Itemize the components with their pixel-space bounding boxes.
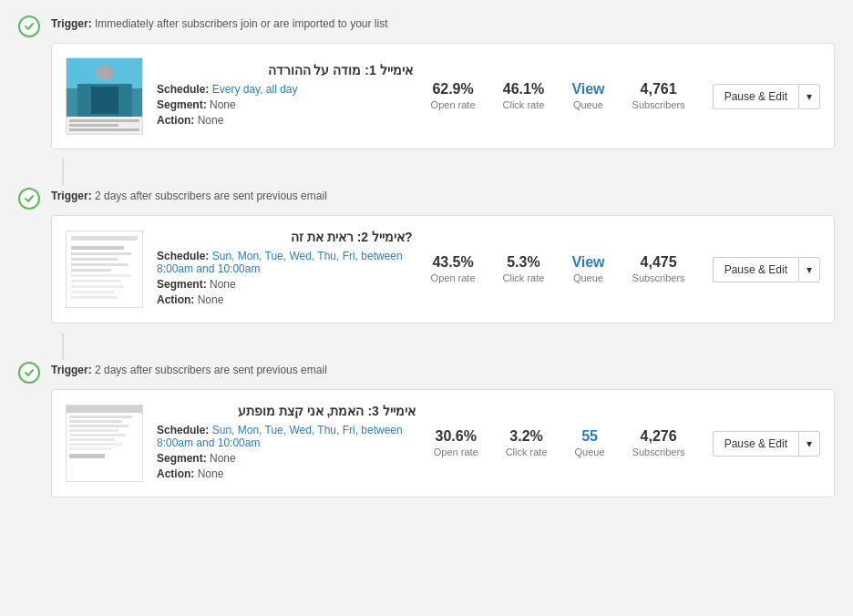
- email-1-thumbnail: [66, 57, 143, 135]
- trigger-1-row: Trigger: Immediately after subscribers j…: [18, 14, 835, 37]
- schedule-label-2: Schedule:: [157, 250, 209, 262]
- segment-value-2: None: [210, 278, 236, 291]
- dropdown-button-3[interactable]: ▾: [798, 431, 820, 457]
- queue-value-1[interactable]: View: [571, 81, 604, 98]
- schedule-label-1: Schedule:: [157, 83, 209, 96]
- segment-value-3: None: [210, 452, 236, 465]
- trigger-1-description: Immediately after subscribers join or ar…: [95, 17, 387, 30]
- action-label-3: Action:: [157, 467, 194, 480]
- email-2-schedule: Schedule: Sun, Mon, Tue, Wed, Thu, Fri, …: [157, 250, 413, 275]
- click-rate-label-3: Click rate: [506, 447, 548, 457]
- email-2-subscribers: 4,475 Subscribers: [632, 254, 685, 284]
- email-3-subscribers: 4,276 Subscribers: [632, 428, 685, 458]
- email-1-info: אימייל 1: מודה על ההורדה Schedule: Every…: [157, 63, 413, 129]
- email-1-actions[interactable]: Pause & Edit ▾: [713, 84, 820, 109]
- queue-label-2: Queue: [573, 272, 603, 283]
- connector-line-2: [62, 333, 64, 360]
- email-2-thumb-graphic: [67, 231, 142, 307]
- email-1-queue[interactable]: View Queue: [571, 81, 604, 111]
- action-value-3: None: [198, 467, 224, 480]
- trigger-1-label: Trigger:: [51, 17, 92, 30]
- subscribers-value-3: 4,276: [632, 428, 685, 445]
- dropdown-button-2[interactable]: ▾: [798, 257, 820, 282]
- email-1-stats: 62.9% Open rate 46.1% Click rate View Qu…: [431, 81, 685, 111]
- open-rate-label-1: Open rate: [431, 99, 476, 110]
- subscribers-label-1: Subscribers: [632, 99, 685, 110]
- email-2-action: Action: None: [157, 293, 413, 306]
- email-1-schedule: Schedule: Every day, all day: [157, 83, 413, 96]
- email-3-thumbnail: [66, 405, 143, 482]
- email-card-3: אימייל 3: האמת, אני קצת מופתע Schedule: …: [51, 389, 835, 498]
- trigger-2-text: Trigger: 2 days after subscribers are se…: [51, 186, 327, 202]
- email-2-thumbnail: [66, 231, 143, 308]
- email-1-click-rate: 46.1% Click rate: [503, 81, 545, 111]
- subscribers-label-2: Subscribers: [632, 272, 685, 283]
- queue-label-3: Queue: [575, 447, 605, 457]
- trigger-2-label: Trigger:: [51, 190, 92, 202]
- email-3-segment: Segment: None: [157, 452, 416, 465]
- thumb-box-inner-1: [91, 87, 118, 114]
- trigger-2-description: 2 days after subscribers are sent previo…: [95, 190, 327, 202]
- open-rate-label-3: Open rate: [434, 447, 478, 457]
- trigger-3-row: Trigger: 2 days after subscribers are se…: [18, 360, 835, 384]
- email-1-open-rate: 62.9% Open rate: [431, 81, 476, 111]
- email-1-segment: Segment: None: [157, 98, 413, 111]
- dropdown-button-1[interactable]: ▾: [798, 84, 820, 109]
- segment-label-1: Segment:: [157, 98, 207, 111]
- subscribers-label-3: Subscribers: [632, 447, 685, 457]
- segment-label-3: Segment:: [157, 452, 207, 465]
- email-2-queue[interactable]: View Queue: [571, 254, 604, 284]
- check-circle-3: [18, 362, 40, 384]
- click-rate-value-1: 46.1%: [503, 81, 545, 98]
- trigger-1-text: Trigger: Immediately after subscribers j…: [51, 14, 387, 30]
- trigger-2-row: Trigger: 2 days after subscribers are se…: [18, 186, 835, 210]
- open-rate-label-2: Open rate: [431, 272, 476, 283]
- trigger-3-description: 2 days after subscribers are sent previo…: [95, 364, 327, 376]
- email-3-thumb-graphic: [67, 406, 142, 481]
- action-value-1: None: [198, 114, 224, 127]
- email-2-segment: Segment: None: [157, 278, 413, 291]
- open-rate-value-2: 43.5%: [431, 254, 476, 271]
- email-3-actions[interactable]: Pause & Edit ▾: [713, 431, 820, 457]
- trigger-3-label: Trigger:: [51, 364, 92, 376]
- thumb-box-1: [77, 84, 132, 117]
- open-rate-value-3: 30.6%: [434, 428, 478, 445]
- email-3-action: Action: None: [157, 467, 416, 480]
- main-container: Trigger: Immediately after subscribers j…: [0, 0, 853, 520]
- check-circle-1: [18, 15, 40, 37]
- check-circle-2: [18, 188, 40, 210]
- schedule-label-3: Schedule:: [157, 424, 209, 436]
- email-3-stats: 30.6% Open rate 3.2% Click rate 55 Queue…: [434, 428, 685, 458]
- subscribers-value-1: 4,761: [632, 81, 685, 98]
- queue-label-1: Queue: [573, 99, 603, 110]
- email-1-thumb-graphic: [67, 58, 142, 134]
- email-2-click-rate: 5.3% Click rate: [503, 254, 545, 284]
- pause-edit-button-3[interactable]: Pause & Edit: [713, 431, 798, 457]
- queue-value-2[interactable]: View: [571, 254, 604, 271]
- open-rate-value-1: 62.9%: [431, 81, 476, 98]
- email-1-subscribers: 4,761 Subscribers: [632, 81, 685, 111]
- queue-value-3[interactable]: 55: [575, 428, 605, 445]
- email-3-open-rate: 30.6% Open rate: [434, 428, 478, 458]
- click-rate-label-1: Click rate: [503, 99, 545, 110]
- pause-edit-button-2[interactable]: Pause & Edit: [713, 257, 798, 282]
- action-label-2: Action:: [157, 293, 194, 306]
- email-3-title: אימייל 3: האמת, אני קצת מופתע: [157, 404, 416, 418]
- email-2-stats: 43.5% Open rate 5.3% Click rate View Que…: [431, 254, 685, 284]
- segment-label-2: Segment:: [157, 278, 207, 291]
- email-2-title: ?אימייל 2: ראית את זה: [157, 230, 413, 244]
- email-2-actions[interactable]: Pause & Edit ▾: [713, 257, 820, 282]
- subscribers-value-2: 4,475: [632, 254, 685, 271]
- thumb-avatar-1: [96, 66, 114, 80]
- email-3-info: אימייל 3: האמת, אני קצת מופתע Schedule: …: [157, 404, 416, 483]
- email-3-click-rate: 3.2% Click rate: [506, 428, 548, 458]
- schedule-value-1: Every day, all day: [212, 83, 298, 96]
- action-label-1: Action:: [157, 114, 194, 127]
- connector-line-1: [62, 159, 64, 186]
- pause-edit-button-1[interactable]: Pause & Edit: [713, 84, 798, 109]
- click-rate-value-3: 3.2%: [506, 428, 548, 445]
- email-3-schedule: Schedule: Sun, Mon, Tue, Wed, Thu, Fri, …: [157, 424, 416, 449]
- click-rate-value-2: 5.3%: [503, 254, 545, 271]
- email-3-queue[interactable]: 55 Queue: [575, 428, 605, 458]
- email-1-title: אימייל 1: מודה על ההורדה: [157, 63, 413, 77]
